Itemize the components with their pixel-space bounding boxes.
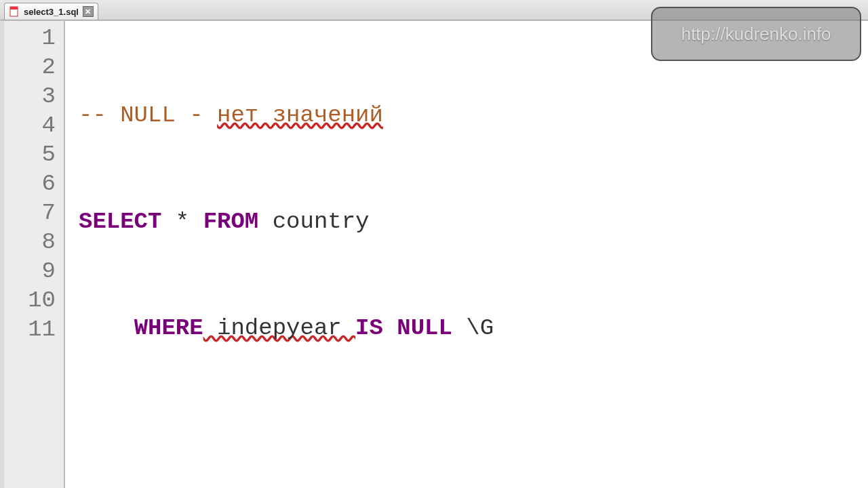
code-line[interactable] <box>79 420 868 449</box>
close-tab-button[interactable]: ✕ <box>83 6 94 17</box>
editor: 1 2 3 4 5 6 7 8 9 10 11 -- NULL - нет зн… <box>0 20 868 488</box>
tab-filename: select3_1.sql <box>24 7 79 17</box>
line-number: 6 <box>4 169 56 199</box>
line-number: 5 <box>4 140 56 169</box>
line-number: 7 <box>4 199 56 228</box>
line-number: 9 <box>4 257 56 286</box>
code-line[interactable]: WHERE indepyear IS NULL \G <box>79 314 868 343</box>
file-tab[interactable]: select3_1.sql ✕ <box>4 3 98 20</box>
sql-file-icon <box>9 6 20 17</box>
line-number: 8 <box>4 228 56 257</box>
code-area[interactable]: -- NULL - нет значений SELECT * FROM cou… <box>65 21 868 488</box>
line-number: 3 <box>4 82 56 111</box>
line-number: 10 <box>4 286 56 315</box>
line-number: 2 <box>4 53 56 82</box>
line-number: 1 <box>4 24 56 53</box>
svg-rect-1 <box>10 7 18 9</box>
line-number-gutter: 1 2 3 4 5 6 7 8 9 10 11 <box>4 21 65 488</box>
line-number: 11 <box>4 315 56 344</box>
line-number: 4 <box>4 111 56 140</box>
tab-bar: select3_1.sql ✕ <box>0 0 868 20</box>
code-line[interactable]: -- NULL - нет значений <box>79 101 868 130</box>
code-line[interactable]: SELECT * FROM country <box>79 207 868 237</box>
